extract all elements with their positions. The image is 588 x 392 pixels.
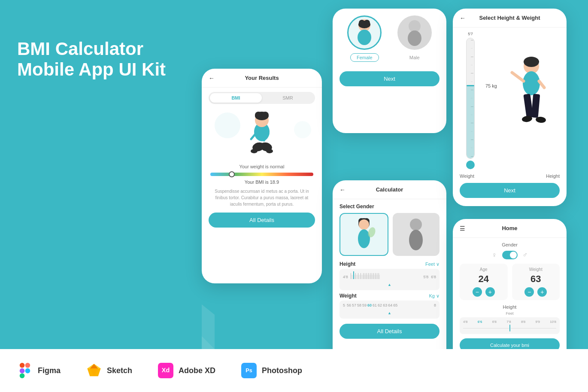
hw-header-title: Select Height & Weight: [479, 15, 540, 21]
height-unit[interactable]: Feet ∨: [425, 261, 439, 267]
height-label-hw: Height: [546, 173, 560, 179]
height-unit-home: Feet: [460, 311, 560, 316]
age-value-home: 24: [463, 273, 504, 285]
svg-point-30: [523, 71, 540, 95]
svg-point-23: [359, 219, 369, 230]
weight-label: Weight: [339, 293, 357, 299]
tool-photoshop: Ps Photoshop: [241, 363, 302, 378]
weight-increase[interactable]: +: [537, 287, 547, 297]
calc-male-card[interactable]: [393, 213, 440, 256]
svg-text:Xd: Xd: [162, 367, 170, 374]
male-option[interactable]: Male: [397, 15, 432, 61]
svg-rect-39: [20, 368, 25, 374]
female-icon-home[interactable]: ♀: [492, 251, 497, 259]
height-ruler-home[interactable]: 4'8 6'6 6'8 7'8 8'8 9'9 10'8: [460, 317, 560, 334]
tab-smr[interactable]: SMR: [262, 93, 314, 103]
bottom-bar: Figma Sketch Xd Adobe XD Ps Photoshop: [0, 349, 588, 392]
height-label-home: Height: [460, 304, 560, 310]
figma-icon: [17, 363, 33, 378]
male-label: Male: [409, 55, 420, 60]
bmi-value: Your BMI is 18.9: [202, 179, 322, 185]
xd-icon: Xd: [158, 363, 173, 378]
screen-calculator: ← Calculator Select Gender: [333, 180, 446, 369]
back-arrow-hw[interactable]: ←: [460, 15, 466, 21]
svg-rect-34: [531, 94, 540, 118]
tab-bmi[interactable]: BMI: [210, 93, 262, 103]
weight-decrease[interactable]: −: [524, 287, 534, 297]
svg-rect-40: [20, 373, 25, 378]
weight-label-hw: Weight: [460, 173, 474, 179]
age-decrease[interactable]: −: [473, 287, 482, 297]
tool-sketch: Sketch: [86, 363, 132, 378]
female-label: Female: [350, 53, 379, 62]
left-panel: BMI Calculator Mobile App UI Kit: [0, 0, 202, 392]
svg-rect-37: [20, 363, 25, 368]
screen-gender-top: Female Male Next: [333, 9, 446, 133]
main-title: BMI Calculator Mobile App UI Kit: [17, 39, 185, 80]
svg-point-15: [359, 20, 365, 26]
sketch-label: Sketch: [107, 366, 132, 375]
screen-height-weight: ← Select Height & Weight 5'7: [453, 9, 567, 206]
back-arrow-calculator[interactable]: ←: [339, 186, 346, 193]
height-label: Height: [339, 261, 355, 267]
svg-line-31: [512, 73, 524, 81]
weight-ruler-container[interactable]: 5 56 57 58 59 60 61 62 63 64 65 8 ▲: [339, 301, 439, 319]
male-icon-home[interactable]: ♂: [523, 251, 528, 259]
screen-results: ← Your Results BMI SMR: [202, 69, 322, 283]
svg-text:Ps: Ps: [246, 368, 252, 374]
svg-point-29: [524, 57, 539, 67]
results-tab-bar: BMI SMR: [209, 92, 315, 104]
tool-figma: Figma: [17, 363, 61, 378]
svg-point-16: [364, 20, 370, 26]
weight-label-home: Weight: [515, 267, 557, 272]
adobe-xd-label: Adobe XD: [179, 366, 215, 375]
bmi-description: Suspendisse accumsan id metus ac a porta…: [210, 188, 313, 207]
gender-toggle[interactable]: [502, 251, 518, 259]
svg-point-17: [358, 30, 371, 45]
all-details-button-calc[interactable]: All Details: [339, 324, 439, 339]
character-area: [202, 108, 322, 160]
select-gender-label: Select Gender: [339, 204, 439, 210]
calculator-header-title: Calculator: [376, 186, 403, 193]
svg-rect-38: [25, 363, 30, 368]
svg-point-19: [408, 30, 421, 46]
height-ruler-container[interactable]: 4'8: [339, 269, 439, 290]
weight-unit[interactable]: Kg ∨: [429, 293, 439, 299]
sketch-icon: [86, 363, 102, 378]
height-value-hw: 5'7: [468, 32, 473, 36]
results-header-title: Your Results: [245, 75, 279, 81]
svg-point-9: [251, 149, 258, 153]
figma-label: Figma: [38, 366, 61, 375]
svg-point-10: [266, 149, 273, 153]
bmi-bar: [210, 173, 313, 176]
svg-point-27: [409, 230, 423, 250]
calc-female-card[interactable]: [339, 213, 388, 256]
svg-point-24: [358, 229, 370, 248]
photoshop-label: Photoshop: [262, 366, 302, 375]
back-arrow-results[interactable]: ←: [209, 75, 215, 82]
age-label-home: Age: [463, 267, 504, 272]
all-details-button-results[interactable]: All Details: [209, 213, 315, 228]
hamburger-icon[interactable]: ☰: [460, 225, 465, 232]
age-increase[interactable]: +: [485, 287, 495, 297]
female-option[interactable]: Female: [347, 15, 382, 61]
svg-line-32: [539, 81, 544, 88]
hw-character: [493, 49, 553, 152]
weight-indicator: 75 kg: [485, 83, 497, 88]
next-button-gender[interactable]: Next: [339, 71, 439, 86]
svg-point-26: [410, 219, 422, 231]
svg-line-11: [251, 134, 255, 139]
weight-status: Your weight is normal: [202, 164, 322, 169]
tool-adobe-xd: Xd Adobe XD: [158, 363, 215, 378]
svg-point-41: [25, 368, 30, 374]
gender-label-home: Gender: [460, 242, 560, 247]
home-header-title: Home: [502, 225, 517, 231]
svg-point-6: [262, 112, 269, 119]
character-illustration: [240, 108, 283, 160]
ps-icon: Ps: [241, 363, 257, 378]
next-button-hw[interactable]: Next: [460, 183, 560, 198]
svg-point-18: [409, 20, 421, 32]
weight-value-home: 63: [515, 273, 557, 285]
svg-point-5: [255, 112, 262, 119]
